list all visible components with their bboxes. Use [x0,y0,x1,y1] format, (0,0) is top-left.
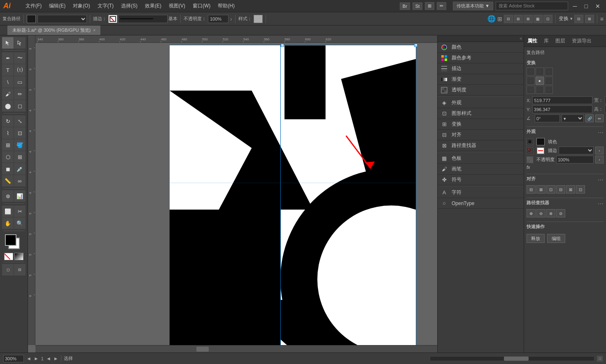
opacity-input[interactable] [208,15,228,23]
appearance-more-btn[interactable]: ⋯ [598,129,604,136]
panel-graphic-style[interactable]: ⊡ 图形样式 [438,108,524,119]
y-input[interactable] [532,105,592,113]
none-swatch[interactable] [4,253,13,260]
selection-tool[interactable] [2,37,14,49]
type-tool[interactable]: T [2,64,14,76]
align-top-btn[interactable]: ⊟ [556,185,565,194]
style-swatch[interactable] [254,15,263,23]
more-options[interactable]: ≡ [600,16,604,22]
transform-anchor-3[interactable]: · [545,68,553,76]
pen-tool[interactable]: ✒ [2,52,14,64]
close-btn[interactable]: ✕ [593,3,603,9]
pathfinder-intersect[interactable]: ⊗ [546,209,555,217]
panel-transform[interactable]: ⊞ 变换 [438,119,524,130]
hscroll-track[interactable] [430,356,594,361]
column-graph-tool[interactable]: 📊 [14,190,26,202]
scale-tool[interactable]: ⤡ [14,115,26,127]
hscroll-thumb[interactable] [504,357,529,361]
document-tab[interactable]: 未标题-1.ai* @ 300% (RGB/GPU 预览) × [7,26,101,35]
pathfinder-minus[interactable]: ⊖ [536,209,545,217]
panel-pathfinder[interactable]: ⊠ 路径查找器 [438,140,524,151]
align-center-v-btn[interactable]: ⊠ [566,185,575,194]
fill-type-select[interactable] [37,15,87,23]
flip-horizontal-btn[interactable]: ⇔ [595,114,604,122]
prev-artboard-btn[interactable]: ◄ [46,356,51,362]
search-stock[interactable]: 搜索 Adobe Stock [496,2,568,10]
menu-text[interactable]: 文字(T) [94,2,117,10]
opacity-arrow[interactable]: › [230,16,232,22]
opacity-expand-btn[interactable]: › [595,156,604,163]
workspace-select[interactable]: 传统基本功能 ▼ [453,2,493,10]
panel-appearance[interactable]: ◈ 外观 [438,98,524,108]
horizontal-scrollbar[interactable] [35,345,437,352]
eraser-tool[interactable]: ◻ [14,100,26,112]
rectangle-tool[interactable]: ▭ [14,76,26,88]
align-left-btn[interactable]: ⊟ [527,185,536,194]
rotate-tool[interactable]: ↻ [2,115,14,127]
fill-color-swatch[interactable] [536,138,545,145]
maximize-btn[interactable]: □ [582,3,590,9]
transform-icon[interactable]: 变换 [559,15,569,22]
x-input[interactable] [532,96,592,104]
props-tab-library[interactable]: 库 [544,37,549,44]
blend-tool[interactable]: ∞ [14,175,26,187]
curvature-tool[interactable]: 〜 [14,52,26,64]
stroke-checkbox[interactable] [527,147,533,154]
angle-select[interactable]: ▾ [562,114,584,122]
measure-tool[interactable]: 📏 [2,175,14,187]
change-screen-btn[interactable]: ⊟ [14,264,26,275]
canvas-content[interactable] [35,43,437,345]
pathfinder-exclude[interactable]: ⊘ [556,209,565,217]
direct-selection-tool[interactable] [14,37,26,49]
fill-swatch[interactable] [27,15,36,23]
zoom-input[interactable] [3,355,24,362]
angle-input[interactable] [535,114,560,122]
gradient-swatch[interactable] [14,253,23,260]
align-more-btn[interactable]: ⋯ [598,177,604,183]
pathfinder-more-btn[interactable]: ⋯ [598,201,604,207]
fill-checkbox[interactable] [527,138,533,145]
foreground-color-swatch[interactable] [5,234,16,246]
sel-handle-tl[interactable] [281,44,284,47]
zoom-tool[interactable]: 🔍 [14,217,26,229]
sel-handle-tr[interactable] [414,44,417,47]
stroke-color-swatch-props[interactable] [536,147,545,154]
menu-window[interactable]: 窗口(W) [189,2,214,10]
opacity-input-props[interactable] [556,156,594,163]
panel-align[interactable]: ⊟ 对齐 [438,130,524,140]
transform-anchor-center[interactable]: ■ [536,77,544,85]
zoom-down-btn[interactable]: ◄ [26,356,31,362]
stroke-weight-expand[interactable]: › [595,147,604,154]
draw-inside-btn[interactable]: ◻ [2,264,14,275]
pencil-tool[interactable]: ✏ [14,88,26,100]
hand-tool[interactable]: ✋ [2,217,14,229]
panel-gradient[interactable]: 渐变 [438,74,524,85]
shape-builder-tool[interactable]: ⊞ [2,139,14,151]
tab-close-btn[interactable]: × [93,28,96,33]
menu-select[interactable]: 选择(S) [118,2,141,10]
panel-color-ref[interactable]: 颜色参考 [438,53,524,63]
minimize-btn[interactable]: ─ [571,3,580,9]
transform-anchor-8[interactable]: · [536,86,544,94]
transform-anchor-1[interactable]: · [527,68,535,76]
stroke-color-swatch[interactable] [108,15,117,23]
release-btn[interactable]: 释放 [527,234,545,243]
stroke-weight-select[interactable] [559,147,594,154]
menu-effect[interactable]: 效果(E) [142,2,165,10]
zoom-up-btn[interactable]: ► [34,356,39,362]
slice-tool[interactable]: ✂ [14,205,26,217]
warp-tool[interactable]: ⌇ [2,127,14,139]
canvas-area[interactable]: 340 360 380 400 420 440 460 480 [28,35,437,352]
align-center-h-btn[interactable]: ⊠ [536,185,545,194]
menu-help[interactable]: 帮助(H) [214,2,238,10]
artboard-tool[interactable]: ⬜ [2,205,14,217]
group-btn[interactable]: 编组 [547,234,565,243]
align-btn-2[interactable]: ⊞ [514,15,523,23]
type-path-tool[interactable]: ⒯ [14,64,26,76]
free-transform-tool[interactable]: ⊡ [14,127,26,139]
panel-opentype[interactable]: ○ OpenType [438,198,524,209]
align-btn-4[interactable]: ▦ [534,15,543,23]
props-tab-properties[interactable]: 属性 [527,37,537,44]
align-btn-3[interactable]: ⊠ [524,15,533,23]
live-paint-tool[interactable]: 🪣 [14,139,26,151]
